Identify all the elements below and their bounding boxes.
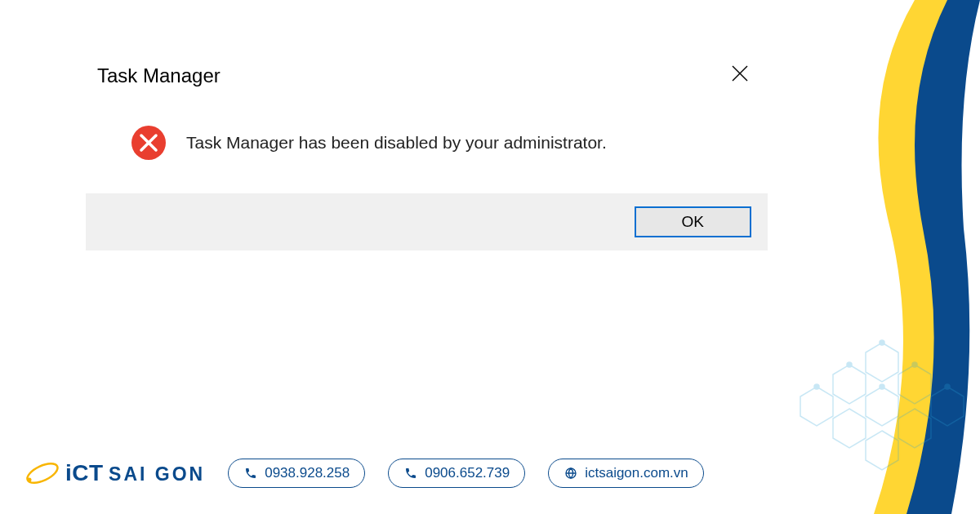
website-text: ictsaigon.com.vn — [585, 465, 688, 481]
logo-text: iCT SAI GON — [65, 460, 205, 486]
svg-marker-8 — [800, 387, 833, 426]
svg-point-9 — [880, 340, 884, 345]
svg-marker-2 — [866, 387, 898, 426]
svg-marker-1 — [898, 365, 931, 404]
logo-ict-text: iCT — [65, 460, 104, 485]
svg-point-14 — [880, 384, 884, 389]
error-icon — [131, 125, 167, 161]
svg-marker-4 — [931, 387, 964, 426]
decorative-hexagons — [751, 318, 980, 481]
svg-marker-3 — [833, 365, 866, 404]
close-icon[interactable] — [724, 64, 756, 87]
svg-marker-7 — [833, 409, 866, 448]
decorative-curves — [817, 0, 980, 514]
phone-1-text: 0938.928.258 — [265, 465, 350, 481]
ok-button[interactable]: OK — [635, 206, 751, 237]
logo-saigon-text: SAI GON — [109, 463, 205, 485]
dialog-message: Task Manager has been disabled by your a… — [186, 133, 607, 153]
website-pill[interactable]: ictsaigon.com.vn — [548, 459, 704, 488]
phone-2-pill[interactable]: 0906.652.739 — [388, 459, 525, 488]
dialog-title: Task Manager — [97, 64, 220, 87]
svg-marker-6 — [866, 431, 898, 470]
phone-2-text: 0906.652.739 — [425, 465, 510, 481]
svg-point-10 — [912, 362, 917, 367]
svg-point-20 — [24, 459, 60, 486]
svg-marker-5 — [898, 409, 931, 448]
svg-point-12 — [847, 362, 852, 367]
globe-icon — [564, 466, 578, 481]
svg-marker-0 — [866, 343, 898, 382]
svg-point-11 — [945, 384, 950, 389]
logo: iCT SAI GON — [24, 455, 205, 491]
branding-bar: iCT SAI GON 0938.928.258 0906.652.739 ic… — [24, 455, 704, 491]
task-manager-dialog: Task Manager Task Manager has been disab… — [86, 57, 768, 250]
phone-icon — [403, 466, 418, 481]
logo-swoosh-icon — [24, 455, 60, 491]
svg-point-13 — [814, 384, 819, 389]
phone-icon — [243, 466, 258, 481]
titlebar: Task Manager — [86, 57, 768, 100]
phone-1-pill[interactable]: 0938.928.258 — [228, 459, 365, 488]
dialog-content: Task Manager has been disabled by your a… — [86, 100, 768, 193]
svg-point-21 — [28, 478, 32, 482]
dialog-footer: OK — [86, 193, 768, 250]
